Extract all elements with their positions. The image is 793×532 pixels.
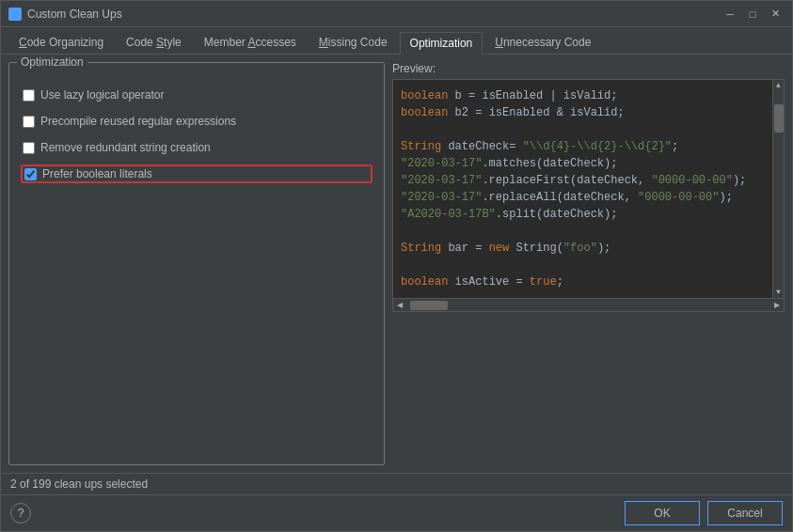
tab-optimization[interactable]: Optimization	[400, 32, 484, 55]
code-span: "2020-03-17"	[401, 157, 482, 170]
code-span: String	[401, 140, 441, 153]
code-span: ;	[557, 275, 563, 289]
code-span: "0000-00-00"	[638, 191, 719, 204]
minimize-button[interactable]: ─	[721, 7, 739, 22]
help-button[interactable]: ?	[10, 503, 31, 524]
code-line-3	[401, 121, 770, 138]
code-span: "0000-00-00"	[651, 174, 732, 187]
app-icon	[8, 8, 22, 21]
code-line-7: "2020-03-17".replaceAll(dateCheck, "0000…	[401, 189, 770, 206]
checkbox-prefer-boolean-input[interactable]	[24, 168, 37, 180]
checkbox-precompile-regex: Precompile reused regular expressions	[21, 112, 373, 131]
window-title: Custom Clean Ups	[27, 8, 122, 21]
code-span: new	[489, 242, 510, 255]
code-span: b2 = isEnabled & isValid;	[448, 106, 624, 119]
code-line-1: boolean b = isEnabled | isValid;	[401, 87, 770, 104]
code-line-6: "2020-03-17".replaceFirst(dateCheck, "00…	[401, 172, 770, 189]
cancel-button[interactable]: Cancel	[707, 501, 783, 525]
code-line-2: boolean b2 = isEnabled & isValid;	[401, 104, 770, 121]
code-span: boolean	[401, 106, 448, 119]
code-line-11	[401, 257, 770, 274]
svg-rect-2	[10, 15, 14, 19]
preview-label: Preview:	[392, 62, 785, 75]
tab-code-style-label: Code Style	[126, 36, 182, 49]
checkbox-lazy-logical: Use lazy logical operator	[21, 86, 373, 104]
horizontal-scrollbar[interactable]: ◀ ▶	[392, 299, 785, 312]
checkbox-precompile-regex-label: Precompile reused regular expressions	[40, 115, 236, 128]
optimization-group: Optimization Use lazy logical operator P…	[8, 62, 385, 465]
code-span: .matches(dateCheck);	[482, 157, 617, 170]
svg-rect-3	[16, 15, 20, 19]
code-span: "foo"	[563, 242, 597, 255]
dialog-buttons: OK Cancel	[625, 501, 783, 525]
code-content: boolean b = isEnabled | isValid; boolean…	[401, 87, 770, 290]
scroll-h-track	[406, 301, 770, 310]
ok-button[interactable]: OK	[625, 501, 700, 525]
code-span: boolean	[401, 89, 448, 102]
status-bar: 2 of 199 clean ups selected	[1, 473, 792, 494]
code-span: "2020-03-17"	[401, 174, 482, 187]
scroll-h-thumb[interactable]	[410, 301, 448, 310]
tab-unnecessary-code-label: Unnecessary Code	[495, 36, 591, 49]
checkbox-remove-redundant-input[interactable]	[23, 142, 35, 154]
right-panel: Preview: boolean b = isEnabled | isValid…	[392, 62, 785, 465]
code-span: );	[733, 174, 746, 187]
code-line-12: boolean isActive = true;	[401, 274, 770, 290]
code-span: b = isEnabled | isValid;	[448, 89, 617, 102]
code-span: .split(dateCheck);	[496, 208, 618, 221]
code-preview: boolean b = isEnabled | isValid; boolean…	[392, 79, 785, 299]
code-span: .replaceFirst(dateCheck,	[482, 174, 651, 187]
tab-code-organizing[interactable]: Code Organizing	[8, 31, 114, 54]
code-span: "\\d{4}-\\d{2}-\\d{2}"	[523, 140, 672, 153]
tab-member-accesses-label: Member Accesses	[204, 36, 296, 49]
bottom-bar: ? OK Cancel	[1, 494, 792, 531]
code-span: dateCheck=	[441, 140, 522, 153]
main-window: Custom Clean Ups ─ □ ✕ Code Organizing C…	[0, 0, 793, 532]
code-span: "2020-03-17"	[401, 191, 482, 204]
code-span: bar =	[441, 242, 488, 255]
checkbox-remove-redundant-label: Remove redundant string creation	[40, 141, 211, 154]
svg-rect-0	[10, 9, 14, 13]
scroll-right-arrow[interactable]: ▶	[770, 299, 784, 312]
vertical-scrollbar[interactable]: ▲ ▼	[772, 80, 784, 298]
scroll-left-arrow[interactable]: ◀	[393, 299, 406, 312]
tab-missing-code-label: Missing Code	[319, 36, 388, 49]
code-line-8: "A2020-03-17B".split(dateCheck);	[401, 206, 770, 223]
code-line-5: "2020-03-17".matches(dateCheck);	[401, 155, 770, 172]
window-controls: ─ □ ✕	[721, 7, 785, 22]
title-bar-left: Custom Clean Ups	[8, 8, 122, 21]
maximize-button[interactable]: □	[743, 7, 762, 22]
tab-code-style[interactable]: Code Style	[116, 31, 192, 54]
tab-unnecessary-code[interactable]: Unnecessary Code	[484, 31, 601, 54]
code-span: String(	[509, 242, 563, 255]
code-span: "A2020-03-17B"	[401, 208, 496, 221]
tab-optimization-label: Optimization	[410, 37, 473, 50]
left-panel: Optimization Use lazy logical operator P…	[8, 62, 385, 465]
svg-rect-1	[16, 9, 20, 13]
checkbox-precompile-regex-input[interactable]	[23, 116, 35, 128]
code-span: ;	[672, 140, 678, 153]
code-span: .replaceAll(dateCheck,	[482, 191, 638, 204]
close-button[interactable]: ✕	[766, 7, 785, 22]
checkbox-remove-redundant: Remove redundant string creation	[21, 138, 373, 157]
code-span: boolean	[401, 275, 448, 289]
checkbox-prefer-boolean: Prefer boolean literals	[21, 164, 373, 183]
main-content: Optimization Use lazy logical operator P…	[1, 55, 792, 473]
code-span: true	[530, 275, 557, 289]
code-line-4: String dateCheck= "\\d{4}-\\d{2}-\\d{2}"…	[401, 138, 770, 155]
tab-missing-code[interactable]: Missing Code	[309, 31, 398, 54]
tab-member-accesses[interactable]: Member Accesses	[194, 31, 307, 54]
checkbox-lazy-logical-input[interactable]	[23, 89, 35, 102]
code-line-9	[401, 223, 770, 240]
scroll-down-arrow[interactable]: ▼	[773, 287, 785, 298]
status-text: 2 of 199 clean ups selected	[10, 477, 148, 491]
code-line-10: String bar = new String("foo");	[401, 240, 770, 257]
code-span: String	[401, 242, 441, 255]
tab-code-organizing-label: Code Organizing	[19, 36, 103, 49]
checkbox-lazy-logical-label: Use lazy logical operator	[40, 88, 164, 102]
checkbox-prefer-boolean-label: Prefer boolean literals	[42, 167, 152, 180]
scroll-up-arrow[interactable]: ▲	[773, 80, 785, 91]
code-span: );	[597, 242, 611, 255]
scroll-thumb[interactable]	[774, 104, 784, 133]
code-span: isActive =	[448, 275, 529, 289]
